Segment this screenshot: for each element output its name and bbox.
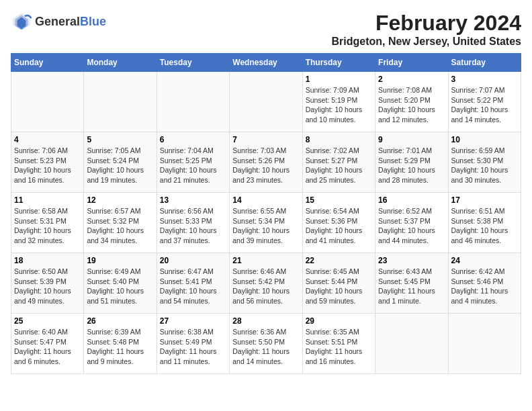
- calendar-week-row: 11Sunrise: 6:58 AM Sunset: 5:31 PM Dayli…: [11, 193, 521, 253]
- day-info: Sunrise: 6:49 AM Sunset: 5:40 PM Dayligh…: [87, 267, 153, 306]
- day-info: Sunrise: 6:51 AM Sunset: 5:38 PM Dayligh…: [451, 206, 518, 246]
- day-number: 26: [87, 316, 153, 326]
- calendar-cell: 2Sunrise: 7:08 AM Sunset: 5:20 PM Daylig…: [375, 72, 448, 132]
- calendar-cell: 3Sunrise: 7:07 AM Sunset: 5:22 PM Daylig…: [448, 72, 521, 132]
- day-info: Sunrise: 7:09 AM Sunset: 5:19 PM Dayligh…: [306, 85, 372, 125]
- day-info: Sunrise: 6:39 AM Sunset: 5:48 PM Dayligh…: [87, 327, 153, 367]
- logo-icon: [11, 11, 32, 32]
- day-number: 7: [232, 135, 299, 144]
- calendar-week-row: 18Sunrise: 6:50 AM Sunset: 5:39 PM Dayli…: [11, 253, 521, 314]
- calendar-week-row: 25Sunrise: 6:40 AM Sunset: 5:47 PM Dayli…: [11, 314, 521, 374]
- day-number: 8: [306, 135, 372, 144]
- logo-general: General: [35, 15, 80, 29]
- calendar-cell: 14Sunrise: 6:55 AM Sunset: 5:34 PM Dayli…: [230, 193, 302, 253]
- calendar-cell: 16Sunrise: 6:52 AM Sunset: 5:37 PM Dayli…: [375, 193, 448, 253]
- calendar-cell: 20Sunrise: 6:47 AM Sunset: 5:41 PM Dayli…: [157, 253, 229, 314]
- calendar-cell: 26Sunrise: 6:39 AM Sunset: 5:48 PM Dayli…: [84, 314, 157, 374]
- day-number: 29: [306, 316, 372, 326]
- column-header-saturday: Saturday: [448, 54, 521, 72]
- day-number: 24: [451, 256, 518, 265]
- day-number: 23: [378, 256, 445, 265]
- calendar-cell: 15Sunrise: 6:54 AM Sunset: 5:36 PM Dayli…: [302, 193, 375, 253]
- calendar-cell: 29Sunrise: 6:35 AM Sunset: 5:51 PM Dayli…: [302, 314, 375, 374]
- calendar-cell: 22Sunrise: 6:45 AM Sunset: 5:44 PM Dayli…: [302, 253, 375, 314]
- day-number: 1: [306, 75, 372, 84]
- day-number: 27: [160, 316, 226, 326]
- logo: GeneralBlue: [11, 11, 106, 32]
- calendar-table: SundayMondayTuesdayWednesdayThursdayFrid…: [11, 53, 521, 374]
- column-header-thursday: Thursday: [302, 54, 375, 72]
- column-header-sunday: Sunday: [11, 54, 84, 72]
- day-info: Sunrise: 6:45 AM Sunset: 5:44 PM Dayligh…: [306, 267, 372, 306]
- day-number: 6: [160, 135, 226, 144]
- day-info: Sunrise: 6:57 AM Sunset: 5:32 PM Dayligh…: [87, 206, 153, 246]
- day-info: Sunrise: 7:03 AM Sunset: 5:26 PM Dayligh…: [232, 146, 299, 185]
- day-number: 5: [87, 135, 153, 144]
- day-number: 13: [160, 195, 226, 205]
- day-info: Sunrise: 6:55 AM Sunset: 5:34 PM Dayligh…: [232, 206, 299, 246]
- calendar-cell: 7Sunrise: 7:03 AM Sunset: 5:26 PM Daylig…: [230, 132, 302, 193]
- calendar-cell: 27Sunrise: 6:38 AM Sunset: 5:49 PM Dayli…: [157, 314, 229, 374]
- day-info: Sunrise: 7:01 AM Sunset: 5:29 PM Dayligh…: [378, 146, 445, 185]
- day-info: Sunrise: 6:46 AM Sunset: 5:42 PM Dayligh…: [232, 267, 299, 306]
- day-number: 17: [451, 195, 518, 205]
- calendar-cell: 12Sunrise: 6:57 AM Sunset: 5:32 PM Dayli…: [84, 193, 157, 253]
- logo-text: GeneralBlue: [35, 15, 106, 29]
- day-number: 20: [160, 256, 226, 265]
- calendar-cell: 9Sunrise: 7:01 AM Sunset: 5:29 PM Daylig…: [375, 132, 448, 193]
- day-info: Sunrise: 6:35 AM Sunset: 5:51 PM Dayligh…: [306, 327, 372, 367]
- day-number: 22: [306, 256, 372, 265]
- day-number: 16: [378, 195, 445, 205]
- day-info: Sunrise: 6:50 AM Sunset: 5:39 PM Dayligh…: [14, 267, 81, 306]
- day-number: 18: [14, 256, 81, 265]
- page-subtitle: Bridgeton, New Jersey, United States: [332, 36, 521, 48]
- day-number: 19: [87, 256, 153, 265]
- calendar-cell: 23Sunrise: 6:43 AM Sunset: 5:45 PM Dayli…: [375, 253, 448, 314]
- calendar-cell: 17Sunrise: 6:51 AM Sunset: 5:38 PM Dayli…: [448, 193, 521, 253]
- calendar-cell: 19Sunrise: 6:49 AM Sunset: 5:40 PM Dayli…: [84, 253, 157, 314]
- calendar-cell: 6Sunrise: 7:04 AM Sunset: 5:25 PM Daylig…: [157, 132, 229, 193]
- calendar-cell: [11, 72, 84, 132]
- calendar-header-row: SundayMondayTuesdayWednesdayThursdayFrid…: [11, 54, 521, 72]
- calendar-cell: 28Sunrise: 6:36 AM Sunset: 5:50 PM Dayli…: [230, 314, 302, 374]
- calendar-cell: 1Sunrise: 7:09 AM Sunset: 5:19 PM Daylig…: [302, 72, 375, 132]
- calendar-cell: 21Sunrise: 6:46 AM Sunset: 5:42 PM Dayli…: [230, 253, 302, 314]
- day-info: Sunrise: 6:56 AM Sunset: 5:33 PM Dayligh…: [160, 206, 226, 246]
- day-info: Sunrise: 6:36 AM Sunset: 5:50 PM Dayligh…: [232, 327, 299, 367]
- day-info: Sunrise: 7:06 AM Sunset: 5:23 PM Dayligh…: [14, 146, 81, 185]
- calendar-week-row: 1Sunrise: 7:09 AM Sunset: 5:19 PM Daylig…: [11, 72, 521, 132]
- day-info: Sunrise: 6:38 AM Sunset: 5:49 PM Dayligh…: [160, 327, 226, 367]
- calendar-cell: 4Sunrise: 7:06 AM Sunset: 5:23 PM Daylig…: [11, 132, 84, 193]
- day-number: 4: [14, 135, 81, 144]
- day-info: Sunrise: 6:59 AM Sunset: 5:30 PM Dayligh…: [451, 146, 518, 185]
- day-info: Sunrise: 6:40 AM Sunset: 5:47 PM Dayligh…: [14, 327, 81, 367]
- calendar-cell: [84, 72, 157, 132]
- calendar-cell: 18Sunrise: 6:50 AM Sunset: 5:39 PM Dayli…: [11, 253, 84, 314]
- day-number: 14: [232, 195, 299, 205]
- calendar-cell: [230, 72, 302, 132]
- calendar-cell: 13Sunrise: 6:56 AM Sunset: 5:33 PM Dayli…: [157, 193, 229, 253]
- day-number: 3: [451, 75, 518, 84]
- day-number: 11: [14, 195, 81, 205]
- calendar-week-row: 4Sunrise: 7:06 AM Sunset: 5:23 PM Daylig…: [11, 132, 521, 193]
- day-info: Sunrise: 7:05 AM Sunset: 5:24 PM Dayligh…: [87, 146, 153, 185]
- calendar-cell: [375, 314, 448, 374]
- page-header: GeneralBlue February 2024 Bridgeton, New…: [11, 11, 521, 48]
- day-info: Sunrise: 7:02 AM Sunset: 5:27 PM Dayligh…: [306, 146, 372, 185]
- logo-blue: Blue: [80, 15, 106, 29]
- day-number: 9: [378, 135, 445, 144]
- calendar-cell: 5Sunrise: 7:05 AM Sunset: 5:24 PM Daylig…: [84, 132, 157, 193]
- column-header-wednesday: Wednesday: [230, 54, 302, 72]
- day-number: 12: [87, 195, 153, 205]
- calendar-cell: 11Sunrise: 6:58 AM Sunset: 5:31 PM Dayli…: [11, 193, 84, 253]
- calendar-cell: 8Sunrise: 7:02 AM Sunset: 5:27 PM Daylig…: [302, 132, 375, 193]
- day-info: Sunrise: 6:43 AM Sunset: 5:45 PM Dayligh…: [378, 267, 445, 306]
- day-info: Sunrise: 6:54 AM Sunset: 5:36 PM Dayligh…: [306, 206, 372, 246]
- title-area: February 2024 Bridgeton, New Jersey, Uni…: [332, 11, 521, 48]
- day-info: Sunrise: 6:42 AM Sunset: 5:46 PM Dayligh…: [451, 267, 518, 306]
- column-header-monday: Monday: [84, 54, 157, 72]
- day-number: 28: [232, 316, 299, 326]
- column-header-friday: Friday: [375, 54, 448, 72]
- calendar-cell: 25Sunrise: 6:40 AM Sunset: 5:47 PM Dayli…: [11, 314, 84, 374]
- day-number: 15: [306, 195, 372, 205]
